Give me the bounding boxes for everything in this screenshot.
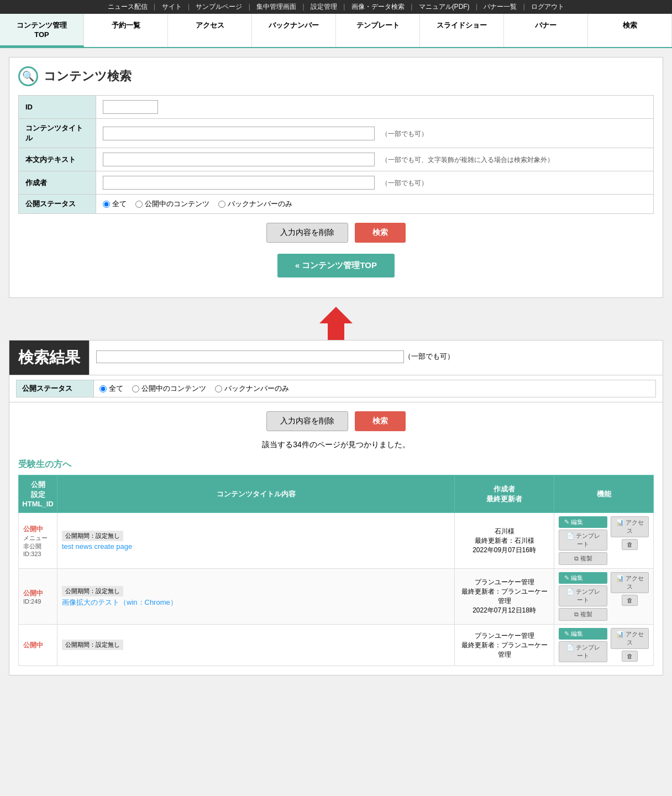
search-button[interactable]: 検索 <box>355 223 406 243</box>
row2-last-updated: 最終更新者：プランユーケー管理 <box>459 587 549 606</box>
row2-author: プランユーケー管理 <box>459 578 549 587</box>
status-all-label[interactable]: 全て <box>103 199 127 209</box>
arrow-container <box>0 301 672 345</box>
partial-status-public[interactable]: 公開中のコンテンツ <box>132 384 206 394</box>
sep2: | <box>188 3 190 11</box>
partial-status-all[interactable]: 全て <box>99 384 123 394</box>
row1-delete-button[interactable]: 🗑 <box>622 539 638 550</box>
nav-settings[interactable]: 設定管理 <box>311 3 337 11</box>
top-navigation: ニュース配信 | サイト | サンプルページ | 集中管理画面 | 設定管理 |… <box>0 0 672 14</box>
partial-status-backnumber[interactable]: バックナンバーのみ <box>215 384 289 394</box>
sep3: | <box>249 3 250 11</box>
results-search-button[interactable]: 検索 <box>355 411 406 431</box>
content-title-input[interactable] <box>103 127 375 140</box>
results-title: 検索結果 <box>9 341 89 375</box>
row1-copy-button[interactable]: ⧉ 複製 <box>559 552 607 565</box>
nav-content-top[interactable]: コンテンツ管理 TOP <box>0 14 84 47</box>
form-row-author: 作成者 （一部でも可） <box>19 171 654 195</box>
back-to-top-button[interactable]: « コンテンツ管理TOP <box>277 254 395 277</box>
nav-image-search[interactable]: 画像・データ検索 <box>351 3 405 11</box>
row2-author-cell: プランユーケー管理 最終更新者：プランユーケー管理 2022年07月12日18時 <box>455 569 554 625</box>
nav-banner[interactable]: バナー <box>504 14 588 47</box>
status-backnumber-label[interactable]: バックナンバーのみ <box>218 199 292 209</box>
row1-content-cell: 公開期間：設定無し test news create page <box>57 513 455 569</box>
id-input[interactable] <box>103 100 158 114</box>
nav-logout[interactable]: ログアウト <box>531 3 564 11</box>
partial-backnumber-text: バックナンバーのみ <box>224 384 289 394</box>
partial-radio-all[interactable] <box>99 385 107 392</box>
row2-access-button[interactable]: 📊 アクセス <box>611 572 649 593</box>
nav-slideshow[interactable]: スライドショー <box>420 14 504 47</box>
partial-status-table: 公開ステータス 全て 公開中のコンテンツ バックナンバー <box>16 380 656 397</box>
row2-content-cell: 公開期間：設定無し 画像拡大のテスト（win：Chrome） <box>57 569 455 625</box>
partial-radio-public[interactable] <box>132 385 139 392</box>
partial-status-radio-group: 全て 公開中のコンテンツ バックナンバーのみ <box>99 384 650 394</box>
status-public-radio[interactable] <box>135 201 143 208</box>
nav-access[interactable]: アクセス <box>168 14 252 47</box>
row2-status-cell: 公開中 ID:249 <box>19 569 57 625</box>
row2-delete-button[interactable]: 🗑 <box>622 595 638 606</box>
nav-search[interactable]: 検索 <box>588 14 672 47</box>
id-cell <box>96 96 654 119</box>
search-section: 🔍 コンテンツ検索 ID コンテンツタイトル （一部でも可） 本文内テキスト （… <box>9 57 663 298</box>
row1-func-cell: ✎ 編集 📄 テンプレート ⧉ 複製 📊 アクセス 🗑 <box>554 513 654 569</box>
row2-template-button[interactable]: 📄 テンプレート <box>559 585 607 606</box>
row3-access-button[interactable]: 📊 アクセス <box>611 628 649 649</box>
row2-copy-button[interactable]: ⧉ 複製 <box>559 608 607 621</box>
author-label: 作成者 <box>19 171 96 195</box>
nav-reservations[interactable]: 予約一覧 <box>84 14 168 47</box>
row2-content-link[interactable]: 画像拡大のテスト（win：Chrome） <box>62 598 177 606</box>
search-buttons-row: 入力内容を削除 検索 <box>18 223 654 243</box>
back-btn-row: « コンテンツ管理TOP <box>18 254 654 277</box>
body-text-hint: （一部でも可、文字装飾が複雑に入る場合は検索対象外） <box>381 156 554 164</box>
nav-backnumber[interactable]: バックナンバー <box>252 14 336 47</box>
table-row: 公開中 メニュー 非公開 ID:323 公開期間：設定無し test news … <box>19 513 654 569</box>
row3-pub-period: 公開期間：設定無し <box>62 640 123 650</box>
nav-site[interactable]: サイト <box>162 3 182 11</box>
row3-edit-button[interactable]: ✎ 編集 <box>559 628 607 640</box>
row1-id: ID:323 <box>23 551 53 557</box>
clear-button[interactable]: 入力内容を削除 <box>266 223 348 243</box>
results-section: 検索結果 （一部でも可） 公開ステータス 全て <box>9 340 663 675</box>
row1-status-cell: 公開中 メニュー 非公開 ID:323 <box>19 513 57 569</box>
nav-template[interactable]: テンプレート <box>336 14 420 47</box>
svg-marker-0 <box>319 307 353 340</box>
row3-delete-button[interactable]: 🗑 <box>622 651 638 662</box>
th-content: コンテンツタイトル内容 <box>57 475 455 513</box>
status-public-label[interactable]: 公開中のコンテンツ <box>135 199 209 209</box>
nav-central[interactable]: 集中管理画面 <box>256 3 296 11</box>
row3-status-cell: 公開中 <box>19 625 57 666</box>
row3-last-updated: 最終更新者：プランユーケー管理 <box>459 641 549 659</box>
row1-content-link[interactable]: test news create page <box>62 542 132 551</box>
status-backnumber-radio[interactable] <box>218 201 225 208</box>
author-input[interactable] <box>103 176 375 190</box>
row1-last-updated: 最終更新者：石川様 <box>459 536 549 546</box>
partial-status-row: 公開ステータス 全て 公開中のコンテンツ バックナンバー <box>9 375 663 402</box>
row3-author-cell: プランユーケー管理 最終更新者：プランユーケー管理 <box>455 625 554 666</box>
results-buttons-row: 入力内容を削除 検索 <box>9 411 663 431</box>
row1-edit-button[interactable]: ✎ 編集 <box>559 516 607 528</box>
row2-edit-button[interactable]: ✎ 編集 <box>559 572 607 584</box>
status-backnumber-text: バックナンバーのみ <box>228 199 292 209</box>
page-title: コンテンツ検索 <box>44 68 132 85</box>
form-row-id: ID <box>19 96 654 119</box>
partial-status-tr: 公開ステータス 全て 公開中のコンテンツ バックナンバー <box>17 380 656 397</box>
down-arrow <box>314 301 358 345</box>
row3-template-button[interactable]: 📄 テンプレート <box>559 641 607 662</box>
partial-title-hint: （一部でも可） <box>404 352 454 362</box>
row1-access-button[interactable]: 📊 アクセス <box>611 516 649 537</box>
body-text-input[interactable] <box>103 153 375 166</box>
row1-template-button[interactable]: 📄 テンプレート <box>559 530 607 551</box>
nav-news[interactable]: ニュース配信 <box>108 3 148 11</box>
partial-radio-backnumber[interactable] <box>215 385 222 392</box>
status-all-radio[interactable] <box>103 201 110 208</box>
row1-updated-date: 2022年09月07日16時 <box>459 546 549 555</box>
partial-status-cell: 全て 公開中のコンテンツ バックナンバーのみ <box>94 380 656 397</box>
results-clear-button[interactable]: 入力内容を削除 <box>266 411 348 431</box>
nav-banner-list[interactable]: バナー一覧 <box>484 3 517 11</box>
row3-func-inner: ✎ 編集 📄 テンプレート <box>559 628 607 662</box>
th-status: 公開 設定 HTML_ID <box>19 475 57 513</box>
partial-title-input[interactable] <box>96 350 404 363</box>
nav-sample[interactable]: サンプルページ <box>196 3 242 11</box>
nav-manual[interactable]: マニュアル(PDF) <box>419 3 470 11</box>
